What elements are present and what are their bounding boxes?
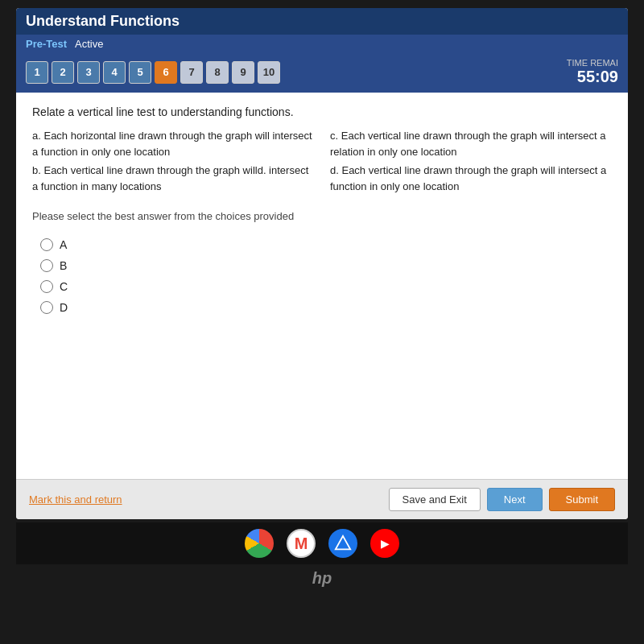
select-instruction: Please select the best answer from the c… (32, 210, 612, 222)
next-button[interactable]: Next (487, 488, 543, 511)
option-c-label: C (60, 280, 68, 293)
option-b[interactable]: B (40, 259, 612, 272)
radio-d[interactable] (40, 301, 53, 314)
answer-a: a. Each horizontal line drawn through th… (32, 128, 314, 159)
nav-btn-1[interactable]: 1 (26, 61, 48, 84)
answers-grid: a. Each horizontal line drawn through th… (32, 128, 612, 194)
mark-return-link[interactable]: Mark this and return (29, 493, 122, 506)
bottom-bar: Mark this and return Save and Exit Next … (16, 479, 628, 519)
nav-btn-4[interactable]: 4 (103, 61, 126, 84)
option-a-label: A (60, 238, 67, 251)
taskbar: M ▶ (16, 522, 628, 564)
youtube-icon[interactable]: ▶ (370, 529, 399, 558)
drive-icon[interactable] (328, 529, 357, 558)
nav-btn-5[interactable]: 5 (129, 61, 151, 84)
radio-c[interactable] (40, 280, 53, 293)
answer-d: d. Each vertical line drawn through the … (330, 163, 612, 194)
radio-group: A B C D (40, 238, 612, 314)
svg-marker-0 (336, 536, 350, 550)
submit-button[interactable]: Submit (549, 488, 615, 511)
timer-area: TIME REMAI 55:09 (567, 58, 618, 86)
nav-btn-3[interactable]: 3 (77, 61, 100, 84)
nav-row: 1 2 3 4 5 6 7 8 9 10 TIME REMAI 55:09 (16, 53, 628, 93)
active-label: Active (75, 38, 103, 50)
pretest-row: Pre-Test Active (16, 35, 628, 53)
chrome-icon[interactable] (245, 529, 274, 558)
nav-btn-9[interactable]: 9 (232, 61, 254, 84)
timer-label: TIME REMAI (567, 58, 618, 68)
nav-btn-2[interactable]: 2 (52, 61, 74, 84)
option-d[interactable]: D (40, 301, 612, 314)
hp-logo: hp (312, 569, 332, 588)
timer-value: 55:09 (567, 68, 618, 86)
option-b-label: B (60, 259, 67, 272)
nav-btn-7[interactable]: 7 (180, 61, 203, 84)
answer-c: c. Each vertical line drawn through the … (330, 128, 612, 159)
answer-b: b. Each vertical line drawn through the … (32, 163, 314, 194)
gmail-icon[interactable]: M (287, 529, 316, 558)
top-bar: Understand Functions (16, 8, 628, 35)
option-d-label: D (60, 301, 68, 314)
nav-btn-10[interactable]: 10 (258, 61, 280, 84)
bottom-buttons: Save and Exit Next Submit (389, 488, 615, 511)
pretest-label: Pre-Test (26, 38, 67, 50)
option-c[interactable]: C (40, 280, 612, 293)
question-nav: 1 2 3 4 5 6 7 8 9 10 (26, 61, 280, 84)
page-title: Understand Functions (26, 13, 180, 30)
nav-btn-8[interactable]: 8 (206, 61, 229, 84)
nav-btn-6[interactable]: 6 (155, 61, 177, 84)
radio-b[interactable] (40, 259, 53, 272)
option-a[interactable]: A (40, 238, 612, 251)
content-area: Relate a vertical line test to understan… (16, 93, 628, 479)
question-direction: Relate a vertical line test to understan… (32, 105, 612, 118)
radio-a[interactable] (40, 238, 53, 251)
save-exit-button[interactable]: Save and Exit (389, 488, 481, 511)
